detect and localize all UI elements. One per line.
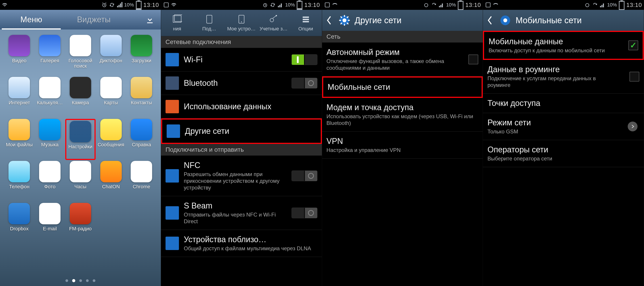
row-данные-в-роуминге[interactable]: Данные в роумингеПодключение к услугам п…	[483, 60, 644, 94]
back-button[interactable]	[326, 14, 334, 27]
app-контакты[interactable]: Контакты	[126, 77, 157, 118]
app-chaton[interactable]: ChatON	[96, 161, 126, 202]
row-wi-fi[interactable]: Wi-Fi	[161, 48, 322, 72]
row-мобильные-данные[interactable]: Мобильные данныеВключить доступ к данным…	[483, 31, 644, 60]
row-title: VPN	[326, 136, 478, 146]
clock: 13:10	[465, 2, 481, 8]
row-точки-доступа[interactable]: Точки доступа	[483, 94, 644, 113]
app-настройки[interactable]: Настройки	[65, 119, 96, 160]
app-label: Справка	[132, 142, 151, 148]
tab-label: Опции	[298, 26, 313, 32]
app-icon	[131, 161, 152, 182]
row-vpn[interactable]: VPNНастройка и управление VPN	[322, 132, 483, 159]
row-bluetooth[interactable]: Bluetooth	[161, 72, 322, 95]
svg-rect-8	[164, 3, 168, 7]
app-label: ChatON	[102, 184, 120, 190]
app-карты[interactable]: Карты	[96, 77, 126, 118]
wifi-icon	[171, 2, 177, 8]
row-модем-и-точка-доступа[interactable]: Модем и точка доступаИспользовать устрой…	[322, 98, 483, 132]
row-subtitle: Только GSM	[488, 128, 623, 135]
tab-label: ния	[173, 26, 181, 32]
checkbox[interactable]	[630, 72, 639, 82]
settings-tabbar: нияПод…Мое устро…Учетные з…Опции	[161, 10, 322, 36]
row-автономный-режим[interactable]: Автономный режимОтключение функций вызов…	[322, 43, 483, 76]
app-видео[interactable]: Видео	[4, 35, 34, 76]
screen-header: Другие сети	[322, 10, 483, 31]
app-часы[interactable]: Часы	[65, 161, 96, 202]
svg-point-15	[276, 15, 277, 16]
row-title: NFC	[184, 161, 286, 170]
app-icon	[39, 119, 60, 140]
svg-point-30	[504, 18, 507, 22]
row-title: Bluetooth	[184, 78, 286, 88]
checkbox[interactable]	[628, 40, 638, 50]
row-операторы-сети[interactable]: Операторы сетиВыберите оператора сети	[483, 140, 644, 167]
svg-rect-21	[460, 0, 462, 2]
settings-tab-0[interactable]: ния	[161, 10, 193, 36]
row-s-beam[interactable]: S BeamОтправить файлы через NFC и Wi-Fi …	[161, 196, 322, 230]
battery-percent: 10%	[446, 2, 456, 8]
app-label: Голосовой поиск	[66, 58, 95, 69]
app-фото[interactable]: Фото	[34, 161, 65, 202]
app-телефон[interactable]: Телефон	[4, 161, 34, 202]
row-subtitle: Разрешить обмен данными при прикосновени…	[184, 171, 286, 191]
app-label: Калькуля…	[37, 100, 63, 106]
app-fm-радио[interactable]: FM-радио	[65, 203, 96, 244]
section-header-net: Сетевые подключения	[161, 36, 322, 48]
app-голосовой-поиск[interactable]: Голосовой поиск	[65, 35, 96, 76]
app-icon	[131, 35, 152, 56]
settings-tab-4[interactable]: Опции	[290, 10, 322, 36]
settings-tab-1[interactable]: Под…	[193, 10, 226, 36]
toggle[interactable]	[292, 78, 318, 88]
app-label: Dropbox	[10, 226, 28, 232]
app-музыка[interactable]: Музыка	[34, 119, 65, 160]
app-справка[interactable]: Справка	[126, 119, 157, 160]
row-subtitle: Настройка и управление VPN	[326, 147, 478, 154]
row-устройства-поблизо-[interactable]: Устройства поблизо…Общий доступ к файлам…	[161, 230, 322, 257]
svg-point-25	[586, 4, 589, 7]
app-диктофон[interactable]: Диктофон	[96, 35, 126, 76]
app-icon	[100, 161, 122, 182]
gear-icon	[338, 14, 351, 27]
app-icon	[70, 35, 91, 56]
tab-download[interactable]	[125, 10, 161, 30]
app-icon	[8, 161, 30, 182]
app-галерея[interactable]: Галерея	[34, 35, 65, 76]
row-title: Другие сети	[185, 126, 316, 136]
row-другие-сети[interactable]: Другие сети	[161, 118, 322, 144]
toggle[interactable]	[292, 208, 318, 218]
row-режим-сети[interactable]: Режим сетиТолько GSM	[483, 113, 644, 140]
sync-icon	[270, 2, 276, 8]
status-bar: 10% 13:10	[322, 0, 483, 10]
tab-menu[interactable]: Меню	[0, 10, 62, 30]
app-chrome[interactable]: Chrome	[126, 161, 157, 202]
app-сообщения[interactable]: Сообщения	[96, 119, 126, 160]
toggle[interactable]	[292, 170, 318, 181]
back-button[interactable]	[487, 14, 495, 27]
row-nfc[interactable]: NFCРазрешить обмен данными при прикоснов…	[161, 156, 322, 196]
app-label: Chrome	[133, 184, 150, 190]
app-icon	[131, 77, 152, 98]
app-e-mail[interactable]: E-mail	[34, 203, 65, 244]
app-label: Контакты	[131, 100, 152, 106]
row-использование-данных[interactable]: Использование данных	[161, 95, 322, 118]
row-title: Режим сети	[488, 118, 623, 127]
toggle[interactable]	[292, 54, 318, 65]
app-загрузки[interactable]: Загрузки	[126, 35, 157, 76]
row-мобильные-сети[interactable]: Мобильные сети	[322, 76, 483, 98]
app-интернет[interactable]: Интернет	[4, 77, 34, 118]
app-калькуля-[interactable]: Калькуля…	[34, 77, 65, 118]
tab-widgets[interactable]: Виджеты	[62, 10, 125, 30]
row-subtitle: Выберите оператора сети	[488, 155, 639, 162]
app-dropbox[interactable]: Dropbox	[4, 203, 34, 244]
app-icon	[100, 77, 122, 98]
checkbox[interactable]	[468, 54, 478, 64]
settings-tab-3[interactable]: Учетные з…	[258, 10, 290, 36]
settings-tab-2[interactable]: Мое устро…	[226, 10, 258, 36]
svg-rect-17	[303, 19, 309, 20]
app-мои-файлы[interactable]: Мои файлы	[4, 119, 34, 160]
chevron-icon	[628, 122, 639, 132]
gear-icon	[498, 14, 512, 27]
app-камера[interactable]: Камера	[65, 77, 96, 118]
clock: 13:10	[626, 2, 642, 8]
